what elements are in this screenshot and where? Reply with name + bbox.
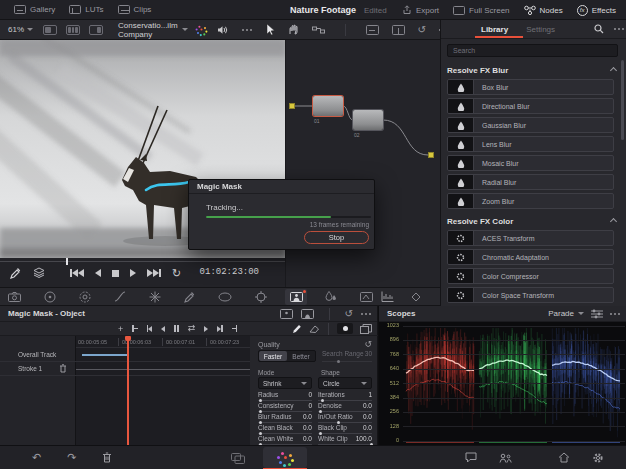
scope-settings-icon[interactable]: [591, 309, 603, 319]
track-forward-button[interactable]: [204, 326, 208, 332]
corrector-node-02[interactable]: [353, 110, 383, 130]
pause-tracking-button[interactable]: [174, 325, 179, 332]
loop-icon[interactable]: ↻: [172, 268, 181, 278]
color-page-button[interactable]: [263, 447, 307, 468]
library-section-header[interactable]: Resolve FX Blur: [441, 61, 626, 79]
param-slider[interactable]: Iterations1: [318, 391, 372, 402]
track-bidirectional-icon[interactable]: ⇄: [188, 325, 196, 332]
redo-icon[interactable]: ↷: [67, 451, 76, 464]
tab-library[interactable]: Library: [481, 25, 508, 34]
mask-timeline[interactable]: 00:00:05:0500:00:06:0300:00:07:0100:00:0…: [0, 336, 250, 445]
fx-item[interactable]: Chromatic Adaptation: [447, 249, 614, 265]
track-to-start-button[interactable]: [147, 325, 153, 332]
search-range-control[interactable]: Search Range 30: [322, 350, 372, 364]
stroke-pen-icon[interactable]: [292, 323, 302, 334]
source-connector-icon[interactable]: [289, 103, 295, 109]
play-reverse-button[interactable]: [95, 269, 101, 277]
jump-start-button[interactable]: [70, 269, 84, 277]
track-back-button[interactable]: [161, 326, 165, 332]
fx-item[interactable]: Mosaic Blur: [447, 155, 614, 171]
clip-menu-dropdown[interactable]: Conservatio...ilm Company: [118, 21, 188, 39]
fx-item[interactable]: Color Compressor: [447, 268, 614, 284]
add-keyframe-icon[interactable]: +: [118, 324, 123, 334]
settings-gear-icon[interactable]: [592, 452, 604, 464]
library-section-header[interactable]: Resolve FX Color: [441, 212, 626, 230]
node-tool-icon[interactable]: [312, 25, 325, 35]
keyframes-palette-icon[interactable]: [410, 292, 422, 302]
hdr-grade-icon[interactable]: [149, 291, 161, 303]
tab-settings[interactable]: Settings: [526, 25, 555, 34]
gallery-button[interactable]: Gallery: [14, 5, 55, 14]
speaker-icon[interactable]: [217, 25, 228, 35]
fx-item[interactable]: Directional Blur: [447, 98, 614, 114]
stop-tracking-button[interactable]: Stop: [304, 231, 369, 244]
tracker-icon[interactable]: [255, 291, 267, 303]
fx-item[interactable]: Box Blur: [447, 79, 614, 95]
reset-view-icon[interactable]: ↺: [418, 24, 426, 35]
output-connector-icon[interactable]: [428, 152, 434, 158]
effects-button[interactable]: fx Effects: [577, 5, 616, 16]
key-palette-icon[interactable]: [360, 292, 373, 302]
color-warper-icon[interactable]: [79, 291, 91, 303]
scopes-more-menu-icon[interactable]: [610, 313, 612, 315]
split-view-icon[interactable]: [89, 25, 103, 35]
scrubber-playhead[interactable]: [66, 258, 68, 265]
viewer-scrubber[interactable]: [0, 261, 285, 262]
scopes-palette-icon[interactable]: [381, 291, 394, 302]
enhance-wand-icon[interactable]: [200, 28, 202, 30]
reset-settings-icon[interactable]: ↺: [364, 339, 372, 349]
library-scrollbar[interactable]: [621, 60, 624, 140]
clip-out-icon[interactable]: [232, 325, 238, 332]
param-slider[interactable]: Denoise0.0: [318, 402, 372, 413]
reset-panel-icon[interactable]: ↺: [345, 308, 353, 319]
fx-item[interactable]: Color Space Transform: [447, 287, 614, 303]
qualifier-icon[interactable]: [184, 291, 195, 303]
scope-mode-dropdown[interactable]: Parade: [548, 309, 584, 318]
export-button[interactable]: Export: [402, 5, 439, 15]
undo-icon[interactable]: ↶: [32, 451, 41, 464]
timeline-playhead[interactable]: [127, 336, 129, 445]
hand-tool-icon[interactable]: [288, 24, 299, 35]
search-icon[interactable]: [594, 24, 604, 34]
stop-button[interactable]: [112, 270, 119, 277]
fx-item[interactable]: Zoom Blur: [447, 193, 614, 209]
eyedropper-icon[interactable]: [10, 267, 21, 279]
param-slider[interactable]: In/Out Ratio0.0: [318, 413, 372, 424]
blur-palette-icon[interactable]: [325, 291, 337, 302]
zoom-level-dropdown[interactable]: 61%: [8, 25, 33, 34]
play-button[interactable]: [130, 269, 136, 277]
power-window-icon[interactable]: [218, 292, 232, 302]
shape-dropdown[interactable]: Circle: [318, 377, 372, 389]
library-more-menu-icon[interactable]: [614, 28, 616, 30]
jump-end-button[interactable]: [147, 269, 161, 277]
fx-item[interactable]: Lens Blur: [447, 136, 614, 152]
trash-icon[interactable]: [102, 452, 112, 463]
luts-button[interactable]: LUTs: [69, 5, 103, 14]
clips-button[interactable]: Clips: [118, 5, 152, 14]
collaboration-icon[interactable]: [499, 453, 512, 463]
param-slider[interactable]: Radius0: [258, 391, 312, 402]
nodes-button[interactable]: Nodes: [524, 5, 563, 15]
fx-item[interactable]: Radial Blur: [447, 174, 614, 190]
quality-better-option[interactable]: Better: [287, 351, 315, 361]
mask-overlay-button[interactable]: [337, 323, 353, 334]
delete-stroke-icon[interactable]: [59, 364, 67, 373]
mask-more-menu-icon[interactable]: [361, 313, 363, 315]
magic-mask-palette-button[interactable]: [285, 289, 307, 305]
image-overlay-icon[interactable]: [366, 25, 379, 35]
corrector-node-01[interactable]: [313, 96, 343, 116]
track-to-end-button[interactable]: [217, 325, 223, 332]
quality-faster-option[interactable]: Faster: [259, 351, 287, 361]
fx-item[interactable]: ACES Transform: [447, 230, 614, 246]
fx-item[interactable]: Gaussian Blur: [447, 117, 614, 133]
full-screen-button[interactable]: Full Screen: [453, 6, 509, 15]
object-mask-toggle-icon[interactable]: [280, 309, 293, 319]
quality-segmented-control[interactable]: Faster Better: [258, 350, 316, 362]
chat-icon[interactable]: [465, 452, 477, 463]
curves-icon[interactable]: [114, 291, 126, 302]
mask-layers-icon[interactable]: [360, 324, 372, 334]
search-input[interactable]: Search: [447, 44, 618, 57]
mode-dropdown[interactable]: Shrink: [258, 377, 312, 389]
color-wheels-icon[interactable]: [44, 291, 56, 303]
param-slider[interactable]: Consistency0: [258, 402, 312, 413]
